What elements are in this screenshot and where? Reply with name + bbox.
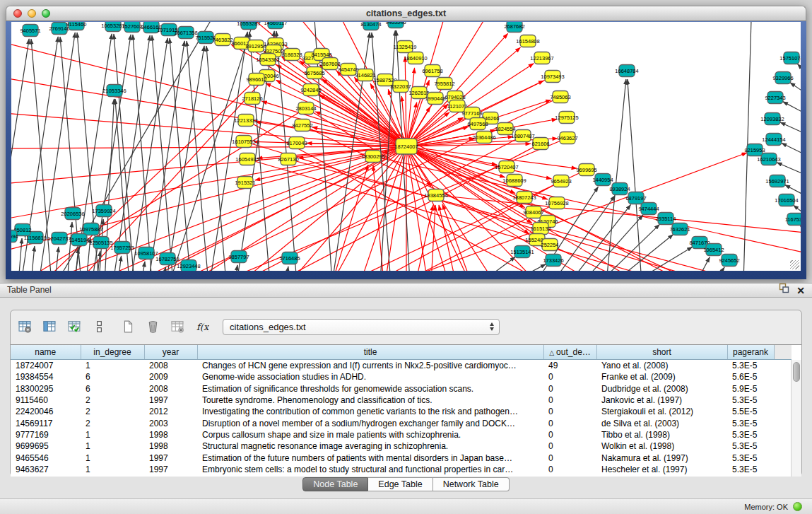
show-columns-icon[interactable] xyxy=(41,318,58,335)
table-cell: 5.3E-5 xyxy=(727,417,774,428)
zoom-window-button[interactable] xyxy=(42,9,50,18)
graph-node-label: 8938924 xyxy=(609,186,630,192)
table-cell: 1998 xyxy=(144,440,197,452)
column-header-title[interactable]: title xyxy=(197,345,543,360)
table-cell: 5.5E-5 xyxy=(727,406,774,417)
table-row[interactable]: 2242004622012Investigating the contribut… xyxy=(11,406,792,417)
graph-edge-red[interactable] xyxy=(141,146,406,271)
graph-edge-black[interactable] xyxy=(780,122,801,136)
graph-edge-black[interactable] xyxy=(187,41,208,271)
graph-edge-black[interactable] xyxy=(55,247,59,271)
graph-node-label: 391594 xyxy=(11,233,18,240)
table-cell: Changes of HCN gene expression and I(f) … xyxy=(197,360,543,372)
table-row[interactable]: 1830029562008Estimation of significance … xyxy=(11,383,792,395)
graph-node-label: 9146821 xyxy=(355,72,375,78)
graph-edge-black[interactable] xyxy=(166,46,204,271)
column-header-name[interactable]: name xyxy=(11,345,81,360)
column-header-pagerank[interactable]: pagerank xyxy=(727,345,774,360)
graph-edge-red[interactable] xyxy=(332,165,368,271)
column-header-short[interactable]: short xyxy=(596,345,727,360)
network-canvas[interactable]: 9405571276914691154601065328715276028466… xyxy=(11,22,801,271)
table-cell xyxy=(774,464,792,475)
graph-node-label: 12505135 xyxy=(89,240,112,246)
delete-table-icon[interactable] xyxy=(169,318,186,335)
graph-edge-black[interactable] xyxy=(31,246,35,271)
table-cell: 2 xyxy=(81,406,144,417)
graph-edge-red[interactable] xyxy=(11,113,406,146)
network-table-select-value: citations_edges.txt xyxy=(230,322,306,332)
graph-node-label: 16154808 xyxy=(516,38,539,45)
tab-node-table[interactable]: Node Table xyxy=(302,477,368,491)
column-header-year[interactable]: year xyxy=(144,345,197,360)
table-cell: 14569117 xyxy=(11,417,81,428)
row-height-icon[interactable] xyxy=(90,318,107,335)
graph-edge-black[interactable] xyxy=(582,215,643,271)
graph-edge-black[interactable] xyxy=(714,267,724,271)
table-scrollbar-thumb[interactable] xyxy=(793,362,800,382)
graph-edge-black[interactable] xyxy=(114,34,134,271)
delete-columns-icon[interactable] xyxy=(144,318,161,335)
table-row[interactable]: 969969511998Structural magnetic resonanc… xyxy=(11,440,792,452)
graph-node-label: 9084067 xyxy=(523,209,543,216)
tab-network-table[interactable]: Network Table xyxy=(433,477,510,491)
graph-edge-black[interactable] xyxy=(276,31,297,271)
graph-edge-black[interactable] xyxy=(18,238,22,271)
graph-edge-black[interactable] xyxy=(286,267,288,271)
table-cell xyxy=(774,429,792,440)
network-table-select[interactable]: citations_edges.txt xyxy=(223,319,500,335)
window-titlebar[interactable]: citations_edges.txt xyxy=(6,6,806,21)
column-header-out_de[interactable]: △out_de… xyxy=(543,345,596,360)
graph-node-label: 9896612 xyxy=(246,76,266,83)
table-scrollbar[interactable] xyxy=(791,360,801,477)
graph-edge-red[interactable] xyxy=(11,42,406,146)
graph-edge-black[interactable] xyxy=(235,265,237,271)
table-row[interactable]: 911546021997Tourette syndrome. Phenomeno… xyxy=(11,395,792,406)
network-window: citations_edges.txt 94055712769146911546… xyxy=(6,6,806,279)
graph-node-label: 17359924 xyxy=(92,208,115,214)
graph-edge-black[interactable] xyxy=(133,35,152,271)
close-panel-icon[interactable]: ✕ xyxy=(796,286,805,296)
graph-edge-black[interactable] xyxy=(118,256,122,271)
memory-status-indicator[interactable] xyxy=(793,502,802,511)
graph-node-label: 10958107 xyxy=(134,250,158,257)
table-row[interactable]: 977716911998Corpus callosum shape and si… xyxy=(11,429,792,440)
graph-node-label: 15135141 xyxy=(510,249,534,255)
table-cell xyxy=(774,406,792,417)
resize-grip[interactable] xyxy=(790,260,799,269)
graph-edge-black[interactable] xyxy=(783,102,801,116)
select-rows-icon[interactable] xyxy=(66,318,83,335)
table-row[interactable]: 1872400712008Changes of HCN gene express… xyxy=(11,360,792,372)
graph-node-label: 9474444 xyxy=(638,206,659,212)
graph-edge-black[interactable] xyxy=(797,64,801,76)
node-table: namein_degreeyeartitle△out_de…shortpager… xyxy=(11,345,792,475)
close-window-button[interactable] xyxy=(13,9,22,18)
graph-node-label: 9777169 xyxy=(461,110,482,117)
graph-edge-black[interactable] xyxy=(782,143,801,157)
table-row[interactable]: 1938455462009Genome-wide association stu… xyxy=(11,371,792,382)
table-cell: 1997 xyxy=(144,452,197,463)
select-stepper-icon[interactable] xyxy=(490,322,494,331)
float-panel-icon[interactable] xyxy=(779,283,789,298)
graph-node-label: 7632621 xyxy=(669,226,690,233)
network-graph-svg: 9405571276914691154601065328715276028466… xyxy=(11,22,801,271)
minimize-window-button[interactable] xyxy=(28,9,36,18)
tab-edge-table[interactable]: Edge Table xyxy=(368,477,433,491)
graph-node-label: 6794028 xyxy=(445,94,465,100)
graph-edge-black[interactable] xyxy=(628,79,642,271)
table-row[interactable]: 1456911722003Disruption of a novel membe… xyxy=(11,417,792,428)
table-row[interactable]: 946362711997Embryonic stem cells: a mode… xyxy=(11,464,792,475)
table-cell: 5.3E-5 xyxy=(727,395,774,406)
column-header-in_degree[interactable]: in_degree xyxy=(81,345,144,360)
table-row[interactable]: 946554611997Estimation of the future num… xyxy=(11,452,792,463)
graph-edge-black[interactable] xyxy=(790,83,801,96)
table-cell: 0 xyxy=(543,383,596,395)
graph-edge-black[interactable] xyxy=(141,262,145,271)
graph-node-label: 7955812 xyxy=(434,81,454,87)
table-cell: 2009 xyxy=(144,371,197,382)
graph-edge-black[interactable] xyxy=(113,35,150,271)
table-cell: 2 xyxy=(81,395,144,406)
function-builder-icon[interactable]: f(x) xyxy=(194,318,211,335)
table-settings-icon[interactable] xyxy=(16,318,33,335)
new-column-icon[interactable] xyxy=(119,318,136,335)
table-cell: 2 xyxy=(81,417,144,428)
